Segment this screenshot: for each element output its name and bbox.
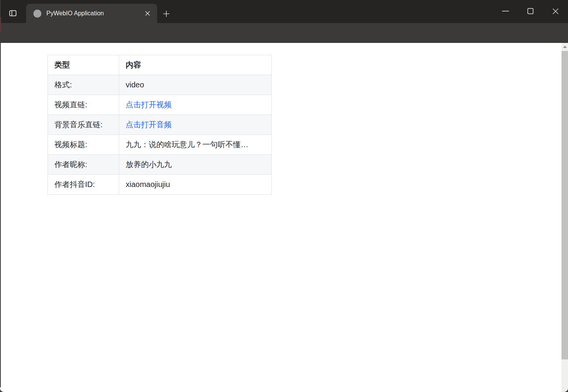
row-author-id-label: 作者抖音ID: [48,175,119,195]
scroll-up-button[interactable] [561,43,568,50]
navigation-bar: 127.0.0.1/tiktok 未同步 [0,23,568,43]
tab-close-button[interactable] [143,8,153,18]
window-corner-bottom-right [563,387,568,392]
open-video-link[interactable]: 点击打开视频 [126,100,172,109]
table-header-row: 类型 内容 [48,55,272,75]
open-audio-link[interactable]: 点击打开音频 [126,120,172,129]
vertical-scrollbar[interactable] [561,43,568,392]
row-video-title-label: 视频标题: [48,135,119,155]
row-author-nickname-label: 作者昵称: [48,155,119,175]
scroll-up-icon [563,46,567,48]
page-content: 类型 内容 格式: video 视频直链: 点击打开视频 背景音乐直链: 点击打… [1,43,561,392]
window-left-border [0,0,1,392]
row-format-value: video [119,75,272,95]
row-format-label: 格式: [48,75,119,95]
background-window-sliver [0,17,1,33]
titlebar: PyWebIO Application [0,0,568,23]
row-video-title: 视频标题: 九九：说的啥玩意儿？一句听不懂… [48,135,272,155]
tab-title: PyWebIO Application [46,10,143,17]
close-icon [145,11,150,16]
window-maximize-button[interactable] [522,4,539,18]
new-tab-button[interactable] [161,9,172,18]
row-video-link-label: 视频直链: [48,95,119,115]
tab-layout-icon [8,8,18,18]
header-type: 类型 [48,55,119,75]
row-author-nickname-value: 放养的小九九 [119,155,272,175]
scrollbar-thumb[interactable] [561,51,568,359]
tab-actions-button[interactable] [7,8,18,18]
video-info-table: 类型 内容 格式: video 视频直链: 点击打开视频 背景音乐直链: 点击打… [48,55,272,195]
row-author-id: 作者抖音ID: xiaomaojiujiu [48,175,272,195]
window-close-button[interactable] [547,4,564,18]
tab-favicon-icon [33,10,41,18]
row-author-nickname: 作者昵称: 放养的小九九 [48,155,272,175]
plus-icon [163,10,170,18]
row-audio-link: 背景音乐直链: 点击打开音频 [48,115,272,135]
row-video-title-value: 九九：说的啥玩意儿？一句听不懂… [119,135,272,155]
row-author-id-value: xiaomaojiujiu [119,175,272,195]
row-video-link: 视频直链: 点击打开视频 [48,95,272,115]
browser-tab[interactable]: PyWebIO Application [26,4,157,23]
row-audio-link-label: 背景音乐直链: [48,115,119,135]
window-corner-bottom-left [0,387,5,392]
header-content: 内容 [119,55,272,75]
window-minimize-button[interactable] [497,4,514,18]
close-icon [552,8,559,15]
row-format: 格式: video [48,75,272,95]
minimize-icon [502,7,509,15]
maximize-icon [527,8,534,15]
